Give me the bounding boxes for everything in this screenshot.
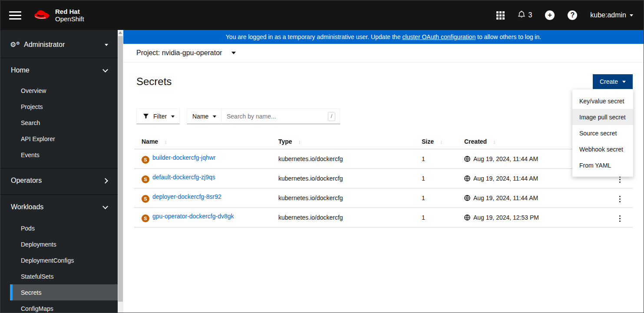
created-timestamp: Aug 19, 2024, 11:44 AM	[473, 194, 538, 201]
redhat-fedora-icon	[33, 7, 51, 23]
table-header-row: Name↕ Type↕ Size↕ Created↕	[134, 134, 633, 149]
secret-badge: S	[142, 195, 149, 203]
chevron-down-icon	[102, 204, 108, 209]
search-input[interactable]	[227, 113, 328, 120]
filter-funnel-icon	[143, 113, 149, 120]
menu-item-source-secret[interactable]: Source secret	[572, 125, 633, 141]
masthead: Red Hat OpenShift 3 + ? kube:admin	[0, 0, 644, 30]
vertical-scrollbar[interactable]	[118, 30, 123, 313]
notifications-button[interactable]: 3	[518, 10, 532, 20]
bell-icon	[518, 10, 525, 20]
nav-toggle-hamburger-icon[interactable]	[9, 11, 21, 20]
project-selector[interactable]: Project: nvidia-gpu-operator	[136, 49, 222, 57]
chevron-down-icon	[102, 67, 108, 72]
sidebar-item-search[interactable]: Search	[0, 115, 118, 131]
gears-icon: ⚙⚙	[10, 40, 20, 49]
scrollbar-thumb[interactable]	[118, 36, 123, 302]
chevron-right-icon	[102, 178, 108, 184]
secret-badge: S	[142, 175, 149, 183]
perspective-switcher[interactable]: ⚙⚙ Administrator	[0, 30, 118, 58]
sort-icon: ↕	[493, 138, 496, 145]
secret-badge: S	[142, 214, 149, 222]
secret-badge: S	[142, 156, 149, 164]
slash-shortcut-hint: /	[328, 112, 335, 121]
sidebar-item-deploymentconfigs[interactable]: DeploymentConfigs	[0, 252, 118, 268]
column-header-type[interactable]: Type↕	[271, 134, 414, 149]
project-bar: Project: nvidia-gpu-operator	[123, 44, 644, 63]
nav-section-home[interactable]: Home	[0, 61, 118, 80]
table-row: Sdefault-dockercfg-zj9qs kubernetes.io/d…	[134, 169, 633, 188]
table-row: Sbuilder-dockercfg-jqhwr kubernetes.io/d…	[134, 149, 633, 169]
import-plus-icon[interactable]: +	[545, 10, 555, 20]
nav-section-workloads-label: Workloads	[11, 203, 43, 211]
sidebar-item-secrets[interactable]: Secrets	[10, 284, 118, 300]
chevron-down-icon	[171, 115, 175, 118]
secret-size: 1	[414, 188, 457, 208]
secret-link[interactable]: builder-dockercfg-jqhwr	[152, 154, 216, 161]
menu-item-image-pull-secret[interactable]: Image pull secret	[572, 109, 633, 125]
globe-icon	[464, 175, 470, 181]
created-timestamp: Aug 19, 2024, 11:44 AM	[473, 175, 538, 182]
create-button[interactable]: Create	[593, 74, 633, 89]
filter-dropdown-button[interactable]: Filter	[136, 109, 180, 124]
scrollbar-up-arrow-icon[interactable]	[119, 31, 122, 34]
chevron-down-icon	[622, 81, 626, 83]
sidebar-item-overview[interactable]: Overview	[0, 82, 118, 99]
secret-link[interactable]: gpu-operator-dockercfg-dv8gk	[152, 213, 234, 220]
sidebar-item-api-explorer[interactable]: API Explorer	[0, 131, 118, 147]
secret-size: 1	[414, 169, 457, 188]
sidebar-nav: ⚙⚙ Administrator Home Overview Projects …	[0, 30, 118, 313]
menu-item-webhook-secret[interactable]: Webhook secret	[572, 141, 633, 157]
kebab-menu-icon[interactable]	[616, 213, 624, 224]
chevron-down-icon[interactable]	[231, 52, 236, 54]
globe-icon	[464, 214, 470, 221]
globe-icon	[464, 156, 470, 162]
page-title: Secrets	[136, 76, 172, 88]
column-header-size[interactable]: Size↕	[414, 134, 457, 149]
table-row: Sdeployer-dockercfg-8sr92 kubernetes.io/…	[134, 188, 633, 208]
nav-section-workloads[interactable]: Workloads	[0, 198, 118, 217]
chevron-down-icon	[630, 14, 633, 16]
table-row: Sgpu-operator-dockercfg-dv8gk kubernetes…	[134, 208, 633, 227]
nav-section-operators[interactable]: Operators	[0, 171, 118, 190]
banner-text-after: to allow others to log in.	[476, 33, 541, 40]
sort-icon: ↕	[298, 138, 301, 145]
sort-icon: ↕	[164, 138, 167, 145]
divider	[0, 168, 118, 168]
secrets-page: Secrets Create Key/value secret Image pu…	[123, 63, 644, 313]
menu-item-key-value-secret[interactable]: Key/value secret	[572, 93, 633, 109]
masthead-actions: 3 + ? kube:admin	[496, 10, 633, 20]
sort-icon: ↕	[440, 138, 443, 145]
sidebar-item-events[interactable]: Events	[0, 147, 118, 163]
app-launcher-grid-icon[interactable]	[496, 11, 505, 20]
openshift-console: Red Hat OpenShift 3 + ? kube:admin ⚙⚙	[0, 0, 644, 313]
column-header-name[interactable]: Name↕	[134, 134, 271, 149]
create-dropdown-menu: Key/value secret Image pull secret Sourc…	[572, 89, 633, 177]
brand-text: Red Hat OpenShift	[55, 8, 84, 23]
list-toolbar: Filter Name /	[136, 109, 633, 124]
help-question-icon[interactable]: ?	[568, 10, 577, 20]
chevron-down-icon	[105, 44, 108, 46]
globe-icon	[464, 195, 470, 201]
search-attribute-dropdown[interactable]: Name	[187, 109, 221, 124]
brand-line1: Red Hat	[55, 8, 84, 15]
search-box: /	[221, 109, 340, 124]
sidebar-item-statefulsets[interactable]: StatefulSets	[0, 268, 118, 284]
secret-type: kubernetes.io/dockercfg	[271, 169, 414, 188]
sidebar-item-projects[interactable]: Projects	[0, 99, 118, 115]
sidebar-item-deployments[interactable]: Deployments	[0, 236, 118, 252]
user-menu[interactable]: kube:admin	[590, 11, 633, 19]
brand-line2: OpenShift	[55, 15, 84, 23]
menu-item-from-yaml[interactable]: From YAML	[572, 157, 633, 173]
temporary-admin-banner: You are logged in as a temporary adminis…	[123, 30, 644, 44]
cluster-oauth-link[interactable]: cluster OAuth configuration	[402, 33, 476, 40]
nav-section-operators-label: Operators	[11, 177, 42, 185]
kebab-menu-icon[interactable]	[616, 193, 624, 205]
sidebar-item-configmaps[interactable]: ConfigMaps	[0, 300, 118, 313]
created-timestamp: Aug 19, 2024, 11:44 AM	[473, 155, 538, 162]
perspective-label: Administrator	[24, 41, 65, 49]
secret-link[interactable]: default-dockercfg-zj9qs	[152, 174, 215, 181]
secret-link[interactable]: deployer-dockercfg-8sr92	[152, 193, 221, 200]
secret-type: kubernetes.io/dockercfg	[271, 149, 414, 169]
sidebar-item-pods[interactable]: Pods	[0, 220, 118, 236]
